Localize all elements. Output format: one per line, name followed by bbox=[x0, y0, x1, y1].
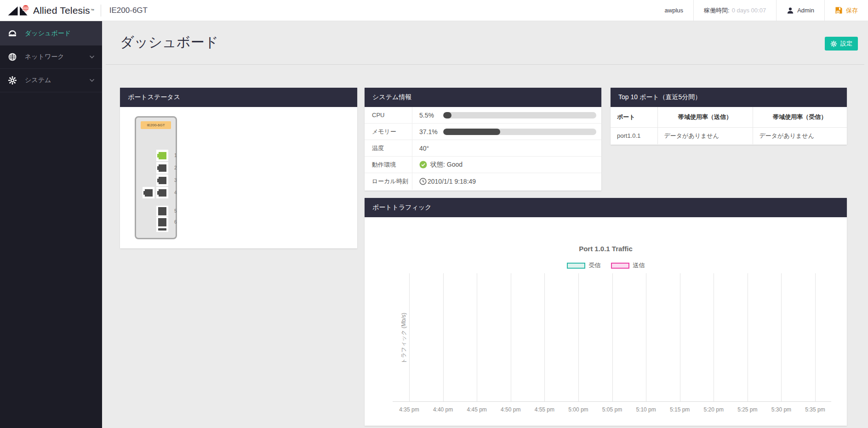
environment-label: 動作環境 bbox=[365, 157, 412, 173]
x-tick: 5:10 pm bbox=[636, 406, 656, 413]
x-tick: 5:05 pm bbox=[602, 406, 622, 413]
admin-menu[interactable]: Admin bbox=[776, 0, 824, 21]
console-port-indicator bbox=[145, 189, 153, 197]
port-5-number: 5 bbox=[174, 208, 180, 214]
chart-title: Port 1.0.1 Traffic bbox=[365, 245, 847, 253]
memory-percent: 37.1% bbox=[419, 128, 443, 135]
allied-telesis-logo: Allied Telesis™ bbox=[0, 4, 101, 17]
port-1[interactable] bbox=[156, 150, 168, 161]
sidebar-item-dashboard[interactable]: ダッシュボード bbox=[0, 21, 102, 45]
x-tick: 4:35 pm bbox=[399, 406, 419, 413]
chart-x-axis bbox=[393, 401, 831, 402]
column-bandwidth-tx: 帯域使用率（送信） bbox=[657, 107, 753, 127]
system-info-row-memory: メモリー 37.1% bbox=[365, 124, 601, 140]
gear-icon bbox=[830, 40, 837, 47]
top-header: Allied Telesis™ IE200-6GT awplus 稼働時間: 0… bbox=[0, 0, 868, 21]
legend-item-receive[interactable]: 受信 bbox=[567, 261, 601, 270]
top-ports-card: Top 10 ポート（直近5分間） ポート 帯域使用率（送信） 帯域使用率（受信… bbox=[611, 88, 847, 145]
port-2-link-down-indicator bbox=[159, 164, 166, 172]
port-1-link-up-indicator bbox=[159, 152, 166, 159]
x-tick: 4:50 pm bbox=[501, 406, 520, 413]
send-swatch-icon bbox=[611, 263, 629, 269]
cpu-usage-bar bbox=[443, 112, 596, 118]
port-traffic-card-header: ポートトラフィック bbox=[365, 198, 847, 217]
sidebar-item-label: ネットワーク bbox=[25, 53, 64, 61]
x-tick: 4:55 pm bbox=[535, 406, 554, 413]
admin-label: Admin bbox=[797, 7, 814, 14]
port-4[interactable] bbox=[156, 187, 168, 198]
x-tick: 5:20 pm bbox=[704, 406, 724, 413]
switch-device-graphic: IE200-6GT 1 2 3 4 5 6 bbox=[135, 116, 177, 239]
port-3-link-down-indicator bbox=[159, 177, 166, 184]
system-info-row-temperature: 温度 40° bbox=[365, 140, 601, 157]
sidebar-item-system[interactable]: システム bbox=[0, 69, 102, 92]
device-model: IE200-6GT bbox=[101, 6, 148, 15]
x-tick: 4:40 pm bbox=[433, 406, 453, 413]
save-button[interactable]: 保存 bbox=[824, 0, 868, 21]
top-ports-card-header: Top 10 ポート（直近5分間） bbox=[611, 88, 847, 107]
send-legend-label: 送信 bbox=[633, 261, 645, 270]
uptime-value: 0 days 00:07 bbox=[732, 7, 766, 14]
main-content: ダッシュボード 設定 bbox=[102, 21, 868, 428]
top-ports-table: ポート 帯域使用率（送信） 帯域使用率（受信） port1.0.1 データがあり… bbox=[611, 107, 847, 144]
port-traffic-card: ポートトラフィック Port 1.0.1 Traffic 受信 送信 トラフィ bbox=[365, 198, 847, 426]
x-tick: 5:25 pm bbox=[737, 406, 757, 413]
port-6-number: 6 bbox=[174, 220, 180, 225]
chevron-down-icon bbox=[89, 55, 95, 59]
x-tick: 5:35 pm bbox=[805, 406, 825, 413]
uptime: 稼働時間: 0 days 00:07 bbox=[693, 0, 776, 21]
port-2[interactable] bbox=[156, 162, 168, 174]
page-title: ダッシュボード bbox=[120, 33, 218, 52]
sidebar-item-network[interactable]: ネットワーク bbox=[0, 45, 102, 69]
receive-legend-label: 受信 bbox=[589, 261, 601, 270]
system-info-card-header: システム情報 bbox=[365, 88, 601, 107]
console-port[interactable] bbox=[143, 187, 154, 198]
sidebar-item-label: システム bbox=[25, 76, 51, 84]
localtime-value: 2010/1/1 9:18:49 bbox=[428, 178, 476, 185]
x-tick: 5:15 pm bbox=[670, 406, 690, 413]
port-6[interactable] bbox=[156, 217, 168, 227]
check-circle-icon bbox=[419, 161, 427, 169]
chart-plot-area bbox=[409, 273, 815, 401]
traffic-chart: Port 1.0.1 Traffic 受信 送信 トラフィック (Mb/s) bbox=[365, 217, 847, 426]
port-4-number: 4 bbox=[174, 190, 180, 195]
cpu-label: CPU bbox=[365, 107, 412, 123]
port-cell: port1.0.1 bbox=[611, 127, 657, 144]
port-6-link-down-indicator bbox=[158, 218, 166, 226]
awplus-label: awplus bbox=[665, 7, 683, 14]
port-5[interactable] bbox=[156, 206, 168, 216]
clock-icon bbox=[419, 178, 427, 185]
cpu-percent: 5.5% bbox=[419, 112, 443, 119]
save-floppy-icon bbox=[835, 6, 843, 14]
settings-button[interactable]: 設定 bbox=[825, 37, 858, 51]
device-blank-slot bbox=[156, 226, 168, 232]
save-label: 保存 bbox=[846, 6, 858, 15]
column-port: ポート bbox=[611, 107, 657, 127]
page-head: ダッシュボード 設定 bbox=[102, 21, 868, 64]
legend-item-send[interactable]: 送信 bbox=[611, 261, 645, 270]
system-info-row-localtime: ローカル時刻 2010/1/1 9:18:49 bbox=[365, 173, 601, 190]
localtime-label: ローカル時刻 bbox=[365, 173, 412, 190]
system-info-row-environment: 動作環境 状態: Good bbox=[365, 157, 601, 173]
uptime-label: 稼働時間: bbox=[704, 6, 730, 15]
globe-icon bbox=[7, 52, 17, 62]
port-4-link-down-indicator bbox=[159, 189, 166, 197]
x-tick: 4:45 pm bbox=[467, 406, 486, 413]
x-tick: 5:00 pm bbox=[568, 406, 588, 413]
chart-x-tick-labels: 4:35 pm 4:40 pm 4:45 pm 4:50 pm 4:55 pm … bbox=[409, 406, 815, 414]
tx-cell: データがありません bbox=[657, 127, 753, 144]
port-5-link-down-indicator bbox=[158, 207, 166, 215]
title-divider bbox=[106, 64, 864, 65]
system-info-row-cpu: CPU 5.5% bbox=[365, 107, 601, 124]
brand-triangles-icon bbox=[7, 4, 29, 17]
gauge-icon bbox=[7, 28, 17, 39]
sidebar-item-label: ダッシュボード bbox=[25, 29, 71, 38]
memory-label: メモリー bbox=[365, 124, 412, 140]
port-2-number: 2 bbox=[174, 165, 180, 170]
port-3[interactable] bbox=[156, 175, 168, 186]
receive-swatch-icon bbox=[567, 263, 585, 269]
port-status-card-header: ポートステータス bbox=[120, 88, 357, 107]
system-info-card: システム情報 CPU 5.5% メモリー 37.1% bbox=[365, 88, 601, 191]
chart-y-axis-label: トラフィック (Mb/s) bbox=[400, 313, 408, 364]
x-tick: 5:30 pm bbox=[771, 406, 791, 413]
